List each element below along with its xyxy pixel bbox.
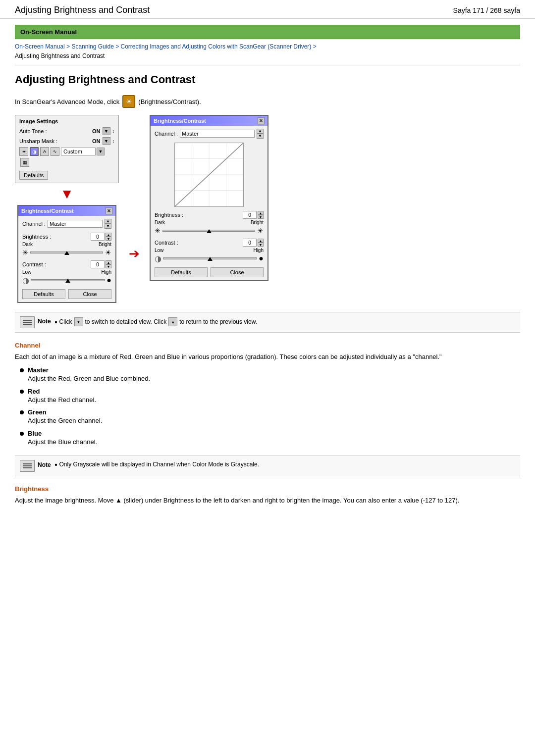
auto-tone-dropdown[interactable]: ▼ — [103, 127, 110, 135]
brightness-main-section: Brightness Adjust the image brightness. … — [15, 485, 520, 506]
channel-section: Channel Each dot of an image is a mixtur… — [15, 342, 520, 447]
brightness-main-description: Adjust the image brightness. Move ▲ (sli… — [15, 496, 520, 506]
right-arrow: ➔ — [129, 246, 140, 261]
unsharp-dropdown[interactable]: ▼ — [103, 137, 110, 145]
defaults-btn-large[interactable]: Defaults — [155, 267, 208, 277]
note-icon-2 — [20, 460, 35, 472]
down-arrow: ▼ — [60, 186, 74, 202]
page-title: Adjusting Brightness and Contrast — [15, 5, 150, 15]
image-settings-panel: Image Settings Auto Tone : ON ▼ ↕ Unshar… — [15, 115, 119, 183]
brightness-main-title: Brightness — [15, 485, 520, 493]
bullet-dot-master — [20, 368, 24, 372]
circle-full-icon: ● — [107, 276, 111, 285]
left-diagram-col: Image Settings Auto Tone : ON ▼ ↕ Unshar… — [15, 115, 119, 303]
brightness-section-small: Brightness : ▲ ▼ Dark Bright — [22, 233, 111, 256]
sun-outline-icon-large: ✳ — [155, 227, 160, 235]
contrast-down-large[interactable]: ▼ — [258, 243, 264, 247]
note-icon-1 — [20, 316, 35, 328]
close-btn-large[interactable]: Close — [211, 267, 264, 277]
bc-dialog-small: Brightness/Contrast ✕ Channel : Master ▲… — [17, 205, 116, 303]
brightness-slider-large[interactable]: ✳ ☀ — [155, 227, 264, 235]
icon-aa: A — [40, 147, 49, 156]
page-header: Adjusting Brightness and Contrast Sayfa … — [0, 0, 535, 19]
circle-half-icon-large: ◑ — [155, 254, 161, 263]
contrast-section-large: Contrast : ▲ ▼ Low High — [155, 239, 264, 262]
list-item-blue: Blue Adjust the Blue channel. — [20, 430, 520, 447]
unsharp-mask-row: Unsharp Mask : ON ▼ ↕ — [19, 137, 114, 145]
note2-text: ■ Only Grayscale will be displayed in Ch… — [55, 461, 259, 468]
contrast-slider-large[interactable]: ◑ ● — [155, 254, 264, 262]
list-item-green: Green Adjust the Green channel. — [20, 408, 520, 426]
contrast-up-large[interactable]: ▲ — [258, 239, 264, 243]
contrast-down-small[interactable]: ▼ — [106, 264, 111, 268]
channel-up-large[interactable]: ▲ — [257, 129, 264, 134]
brightness-up-large[interactable]: ▲ — [258, 211, 264, 215]
channel-down-small[interactable]: ▼ — [105, 224, 111, 229]
sun-filled-icon-large: ☀ — [257, 227, 264, 235]
contrast-input-small[interactable] — [91, 260, 105, 268]
channel-description: Each dot of an image is a mixture of Red… — [15, 352, 520, 362]
return-icon: ▲ — [168, 317, 177, 326]
channel-row-small: Channel : Master ▲ ▼ — [22, 219, 111, 229]
brightness-section-large: Brightness : ▲ ▼ Dark Bright — [155, 211, 264, 235]
custom-dropdown: Custom ▼ — [61, 148, 105, 155]
icon-curve: ∿ — [51, 147, 59, 156]
bc-dialog-large-close[interactable]: ✕ — [258, 117, 265, 124]
bc-dialog-small-buttons: Defaults Close — [22, 289, 111, 299]
bc-dialog-large: Brightness/Contrast ✕ Channel : Master ▲… — [150, 115, 268, 281]
switch-icon: ▼ — [74, 317, 83, 326]
defaults-btn-small[interactable]: Defaults — [22, 289, 65, 299]
channel-up-small[interactable]: ▲ — [105, 219, 111, 224]
breadcrumb-link-1[interactable]: On-Screen Manual — [15, 43, 65, 50]
breadcrumb-current: Adjusting Brightness and Contrast — [15, 52, 105, 59]
brightness-down-small[interactable]: ▼ — [106, 237, 111, 241]
bc-dialog-small-close[interactable]: ✕ — [106, 207, 112, 214]
note-section-2: Note ■ Only Grayscale will be displayed … — [15, 455, 520, 476]
channel-list: Master Adjust the Red, Green and Blue co… — [15, 366, 520, 447]
main-content: Adjusting Brightness and Contrast In Sca… — [0, 65, 535, 530]
brightness-slider-small[interactable]: ✳ ☀ — [22, 249, 111, 256]
icon-bc: ◑ — [30, 147, 39, 156]
image-settings-title: Image Settings — [19, 118, 114, 124]
breadcrumb: On-Screen Manual > Scanning Guide > Corr… — [15, 42, 520, 65]
breadcrumb-link-3[interactable]: Correcting Images and Adjusting Colors w… — [121, 43, 312, 50]
sun-filled-icon: ☀ — [105, 249, 111, 256]
bullet-dot-red — [20, 390, 24, 394]
circle-half-icon: ◑ — [22, 276, 29, 285]
note1-text: ■ Click ▼ to switch to detailed view. Cl… — [55, 317, 257, 326]
contrast-input-large[interactable] — [243, 239, 257, 247]
bullet-dot-green — [20, 410, 24, 414]
bc-dialog-large-buttons: Defaults Close — [155, 267, 264, 277]
list-item-master: Master Adjust the Red, Green and Blue co… — [20, 366, 520, 384]
note-section-1: Note ■ Click ▼ to switch to detailed vie… — [15, 312, 520, 333]
channel-row-large: Channel : Master ▲ ▼ — [155, 129, 264, 139]
contrast-slider-small[interactable]: ◑ ● — [22, 276, 111, 284]
brightness-up-small[interactable]: ▲ — [106, 233, 111, 237]
brightness-input-small[interactable] — [91, 233, 105, 241]
onscreen-banner: On-Screen Manual — [15, 25, 520, 39]
brightness-contrast-icon — [122, 95, 135, 108]
page-info: Sayfa 171 / 268 sayfa — [453, 6, 520, 14]
auto-tone-row: Auto Tone : ON ▼ ↕ — [19, 127, 114, 135]
brightness-input-large[interactable] — [243, 211, 257, 219]
bc-dialog-small-titlebar: Brightness/Contrast ✕ — [18, 206, 115, 216]
breadcrumb-link-2[interactable]: Scanning Guide — [71, 43, 113, 50]
channel-down-large[interactable]: ▼ — [257, 134, 264, 139]
close-btn-small[interactable]: Close — [68, 289, 111, 299]
bc-dialog-large-titlebar: Brightness/Contrast ✕ — [151, 116, 268, 126]
sun-outline-icon: ✳ — [22, 249, 28, 256]
brightness-down-large[interactable]: ▼ — [258, 215, 264, 219]
screenshots-area: Image Settings Auto Tone : ON ▼ ↕ Unshar… — [15, 115, 520, 303]
custom-dropdown-arrow[interactable]: ▼ — [97, 148, 105, 155]
bullet-dot-blue — [20, 432, 24, 436]
icon-chart: ▦ — [20, 158, 29, 167]
section-title: Adjusting Brightness and Contrast — [15, 73, 520, 86]
list-item-red: Red Adjust the Red channel. — [20, 388, 520, 405]
defaults-button[interactable]: Defaults — [19, 171, 48, 180]
contrast-section-small: Contrast : ▲ ▼ Low High — [22, 260, 111, 284]
panel-icons: ☀ ◑ A ∿ Custom ▼ — [19, 147, 114, 156]
curve-display — [174, 143, 244, 207]
circle-full-icon-large: ● — [259, 254, 264, 263]
intro-text: In ScanGear's Advanced Mode, click (Brig… — [15, 95, 520, 108]
contrast-up-small[interactable]: ▲ — [106, 260, 111, 264]
